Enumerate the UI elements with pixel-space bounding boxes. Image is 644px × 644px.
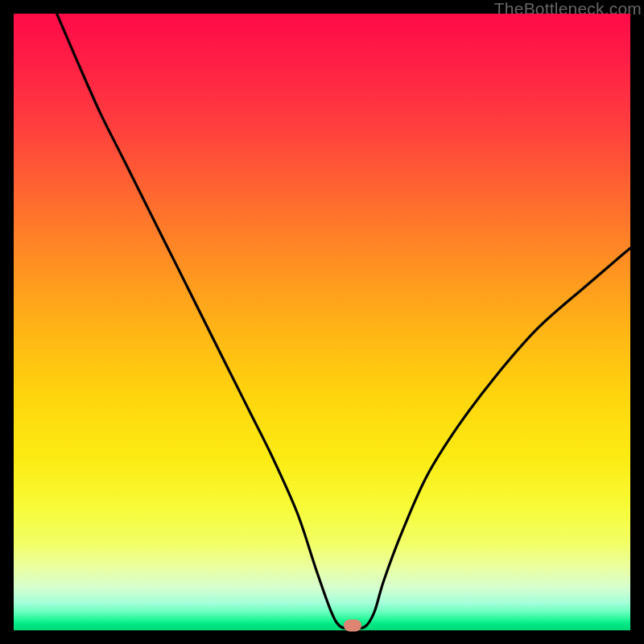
chart-background-gradient (14, 14, 630, 630)
chart-plot-area (14, 14, 630, 630)
